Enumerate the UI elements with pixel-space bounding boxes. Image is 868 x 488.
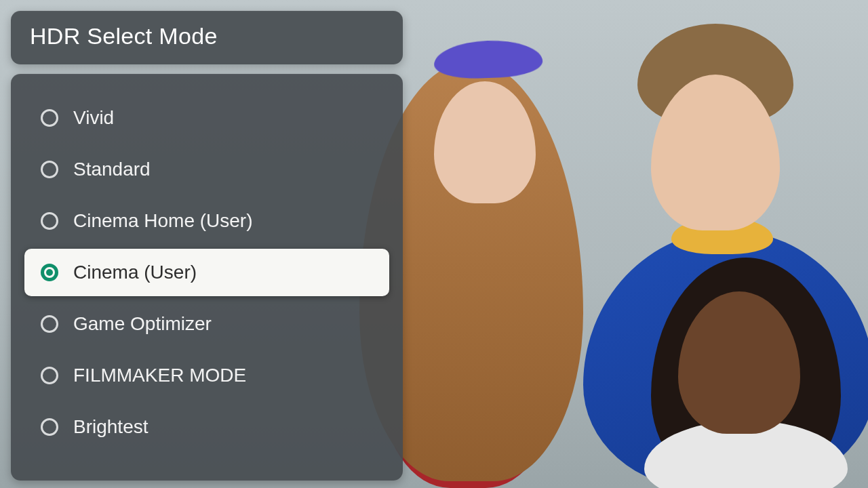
option-filmmaker-mode[interactable]: FILMMAKER MODE	[24, 352, 389, 399]
options-list: Vivid Standard Cinema Home (User) Cinema…	[11, 74, 403, 481]
option-standard[interactable]: Standard	[24, 146, 389, 193]
option-cinema-home-user[interactable]: Cinema Home (User)	[24, 197, 389, 245]
radio-icon	[41, 315, 58, 333]
settings-panel: HDR Select Mode Vivid Standard Cinema Ho…	[11, 11, 403, 481]
option-label: Cinema Home (User)	[73, 210, 253, 232]
radio-icon	[41, 161, 58, 178]
radio-icon	[41, 212, 58, 230]
option-label: Standard	[73, 159, 151, 180]
option-vivid[interactable]: Vivid	[24, 94, 389, 142]
radio-icon	[41, 109, 58, 127]
bg-person-1-headband	[433, 39, 543, 80]
radio-selected-icon	[41, 264, 58, 281]
option-label: Cinema (User)	[73, 262, 197, 283]
option-game-optimizer[interactable]: Game Optimizer	[24, 300, 389, 348]
option-label: Brightest	[73, 416, 149, 438]
radio-icon	[41, 418, 58, 436]
option-label: Game Optimizer	[73, 313, 212, 335]
radio-icon	[41, 367, 58, 384]
panel-title: HDR Select Mode	[11, 11, 403, 64]
option-cinema-user[interactable]: Cinema (User)	[24, 249, 389, 296]
option-label: FILMMAKER MODE	[73, 365, 246, 386]
option-brightest[interactable]: Brightest	[24, 403, 389, 451]
option-label: Vivid	[73, 107, 114, 129]
